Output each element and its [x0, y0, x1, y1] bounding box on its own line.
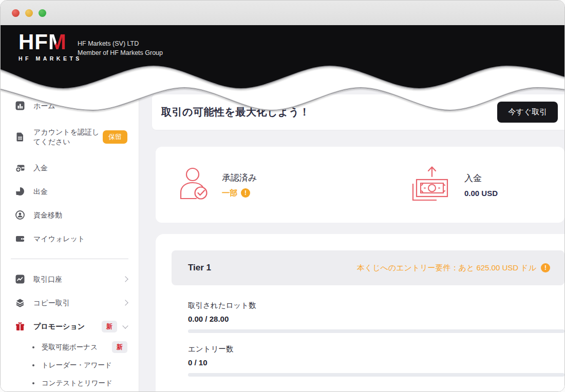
tier-title: Tier 1	[188, 263, 211, 273]
sidebar-subitem-contests-rewards[interactable]: コンテストとリワード	[1, 374, 139, 392]
chevron-right-icon	[122, 276, 128, 282]
sidebar-item-label: 出金	[33, 187, 48, 197]
sidebar-subitem-claimable-bonus[interactable]: 受取可能ボーナス 新	[1, 338, 139, 356]
verification-state: 一部	[222, 188, 237, 198]
metric-lots-traded: 取引されたロット数 0.00 / 28.00	[188, 301, 564, 333]
minimize-window-button[interactable]	[25, 9, 33, 17]
sidebar-item-transfer[interactable]: 資金移動	[1, 203, 139, 227]
sidebar-item-label: 資金移動	[33, 210, 62, 220]
document-icon	[15, 132, 25, 142]
home-chart-icon	[15, 101, 25, 111]
metric-value: 0.00 / 28.00	[188, 315, 564, 323]
traffic-lights	[12, 9, 46, 17]
tier-header: Tier 1 本くじへのエントリー要件：あと 625.00 USD ドル !	[172, 250, 564, 285]
deposit-title: 入金	[464, 172, 498, 184]
verification-title: 承認済み	[222, 172, 257, 184]
trade-now-button[interactable]: 今すぐ取引	[497, 102, 558, 123]
status-card: 承認済み 一部!	[156, 147, 564, 223]
progress-bar	[188, 329, 564, 333]
sidebar-item-promotions[interactable]: プロモーション 新	[1, 315, 139, 338]
pending-badge: 保留	[103, 130, 127, 144]
sidebar-item-verify-account[interactable]: アカウントを認証してください 保留	[1, 117, 139, 156]
sidebar-item-deposit[interactable]: 入金	[1, 156, 139, 180]
logo-subtext: HF MARKETS	[18, 55, 82, 62]
banner-title: 取引の可能性を最大化しよう！	[161, 105, 310, 119]
tier-requirement-text: 本くじへのエントリー要件：あと 625.00 USD ドル	[357, 263, 536, 273]
bullet-icon	[32, 364, 34, 366]
deposit-icon	[15, 163, 25, 173]
sidebar-subitem-label: 受取可能ボーナス	[42, 343, 98, 352]
wallet-icon	[15, 233, 25, 244]
sidebar-item-wallet[interactable]: マイウォレット	[1, 227, 139, 250]
sidebar-item-home[interactable]: ホーム	[1, 94, 139, 117]
sidebar-item-copy-trading[interactable]: コピー取引	[1, 291, 139, 315]
company-member: Member of HF Markets Group	[78, 48, 163, 57]
bullet-icon	[32, 382, 34, 384]
sidebar-item-label: コピー取引	[33, 298, 70, 308]
metric-value: 0 / 10	[188, 358, 564, 367]
info-warning-icon: !	[541, 263, 550, 272]
chevron-down-icon	[122, 323, 128, 328]
sidebar-item-label: 入金	[33, 163, 48, 173]
sidebar: ホーム アカウントを認証してください 保留 入金 出金	[1, 65, 139, 392]
new-badge: 新	[102, 321, 117, 332]
chevron-right-icon	[122, 300, 128, 305]
tier-metrics: 取引されたロット数 0.00 / 28.00 エントリー数 0 / 10	[172, 285, 564, 377]
company-info: HF Markets (SV) LTD Member of HF Markets…	[78, 39, 163, 57]
app-header: HFM HF MARKETS HF Markets (SV) LTD Membe…	[1, 25, 564, 65]
window-titlebar	[1, 1, 564, 25]
metric-label: エントリー数	[188, 344, 564, 354]
layers-icon	[15, 298, 25, 308]
logo-m: M	[48, 30, 67, 54]
hfm-logo: HFM HF MARKETS	[18, 31, 82, 62]
bullet-icon	[32, 346, 34, 348]
sidebar-subitem-label: コンテストとリワード	[42, 379, 112, 388]
tier-card: Tier 1 本くじへのエントリー要件：あと 625.00 USD ドル ! 取…	[156, 234, 564, 392]
sidebar-item-label: ホーム	[33, 101, 55, 111]
main-content: 取引の可能性を最大化しよう！ 今すぐ取引	[139, 65, 564, 392]
deposit-amount: 0.00 USD	[464, 189, 498, 198]
tier-requirement: 本くじへのエントリー要件：あと 625.00 USD ドル !	[357, 263, 550, 273]
sidebar-item-label: プロモーション	[33, 322, 85, 331]
zoom-window-button[interactable]	[39, 9, 46, 17]
money-arrow-icon	[411, 165, 451, 204]
company-name: HF Markets (SV) LTD	[78, 39, 163, 48]
promo-banner: 取引の可能性を最大化しよう！ 今すぐ取引	[152, 94, 564, 130]
accounts-chart-icon	[15, 274, 25, 284]
sidebar-divider	[11, 259, 128, 259]
sidebar-subitem-label: トレーダー・アワード	[42, 361, 112, 370]
sidebar-item-withdraw[interactable]: 出金	[1, 180, 139, 203]
deposit-status: 入金 0.00 USD	[411, 165, 498, 204]
progress-bar	[188, 373, 564, 377]
sidebar-item-label: マイウォレット	[33, 234, 85, 244]
new-badge: 新	[112, 341, 127, 353]
sidebar-subitem-trader-awards[interactable]: トレーダー・アワード	[1, 356, 139, 374]
transfer-icon	[15, 210, 25, 220]
warning-icon: !	[241, 188, 250, 198]
sidebar-item-trading-accounts[interactable]: 取引口座	[1, 267, 139, 291]
verification-status: 承認済み 一部!	[179, 167, 257, 203]
app-window: HFM HF MARKETS HF Markets (SV) LTD Membe…	[0, 0, 565, 392]
withdraw-icon	[15, 186, 25, 197]
sidebar-item-label: アカウントを認証してください	[33, 127, 100, 147]
metric-entries: エントリー数 0 / 10	[188, 344, 564, 377]
person-check-icon	[179, 167, 209, 203]
gift-icon	[15, 321, 25, 331]
logo-hf: HF	[18, 30, 48, 54]
close-window-button[interactable]	[12, 9, 20, 17]
metric-label: 取引されたロット数	[188, 301, 564, 310]
sidebar-item-label: 取引口座	[33, 275, 62, 284]
